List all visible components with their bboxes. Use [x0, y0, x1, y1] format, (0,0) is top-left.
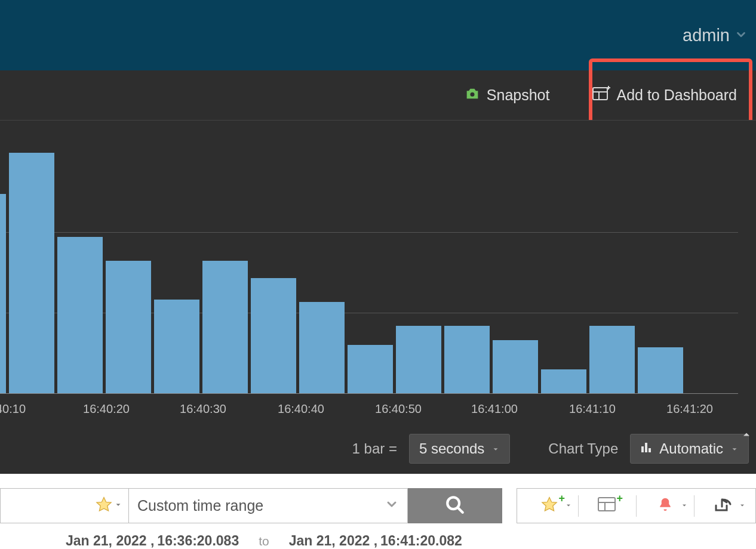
add-dashboard-button[interactable]: + [579, 489, 636, 523]
chart-bar [0, 194, 6, 393]
chart-bar [589, 326, 635, 393]
user-menu[interactable]: admin [683, 26, 748, 45]
star-icon [95, 496, 113, 516]
add-to-dashboard-button[interactable]: Add to Dashboard [585, 81, 744, 109]
chart-bar [202, 261, 248, 393]
search-icon-toolbar: + + [517, 488, 756, 523]
caret-down-icon [114, 501, 122, 511]
chart-bar [9, 153, 54, 393]
svg-rect-11 [598, 498, 615, 511]
chart-x-tick: 16:41:10 [569, 402, 616, 416]
svg-point-0 [470, 92, 474, 97]
app-header: admin [0, 0, 756, 70]
chart-gridline [0, 232, 738, 233]
caret-down-icon [739, 501, 746, 511]
bar-chart-icon [640, 440, 652, 457]
time-range-label: Custom time range [137, 497, 263, 514]
chart-bar [541, 369, 586, 393]
time-range-select[interactable]: Custom time range [129, 488, 408, 523]
from-date: Jan 21, 2022 , [66, 533, 154, 549]
dashboard-add-icon [592, 86, 610, 104]
search-bar: Custom time range + [0, 474, 756, 523]
search-button[interactable] [408, 488, 502, 523]
caret-down-icon [681, 501, 688, 511]
snapshot-label: Snapshot [487, 88, 550, 103]
chart-x-tick: 16:40:20 [83, 402, 130, 416]
chart-bar [444, 326, 490, 393]
alert-button[interactable] [637, 489, 694, 523]
chart-bar [493, 340, 538, 393]
to-time: 16:41:20.082 [380, 533, 462, 549]
svg-line-10 [457, 507, 463, 513]
time-range-display: Jan 21, 2022 , 16:36:20.083 to Jan 21, 2… [0, 533, 756, 549]
snapshot-button[interactable]: Snapshot [457, 81, 557, 109]
camera-icon [464, 85, 481, 104]
share-icon [714, 496, 733, 516]
to-date: Jan 21, 2022 , [289, 533, 377, 549]
save-favorite-button[interactable]: + [521, 489, 578, 523]
svg-rect-6 [641, 446, 644, 452]
caret-down-icon [730, 440, 739, 457]
chart-x-tick: 16:40:50 [375, 402, 422, 416]
plus-badge-icon: + [558, 492, 565, 505]
chart-x-axis: 40:1016:40:2016:40:3016:40:4016:40:5016:… [0, 394, 738, 424]
bar-interval-select[interactable]: 5 seconds [409, 434, 510, 464]
star-icon [540, 496, 558, 516]
bar-chart[interactable]: 40:1016:40:2016:40:3016:40:4016:40:5016:… [0, 120, 756, 424]
caret-down-icon [491, 440, 500, 457]
svg-rect-7 [645, 443, 647, 452]
search-icon [445, 495, 465, 517]
bell-icon [656, 496, 674, 516]
bar-interval-value: 5 seconds [419, 440, 484, 457]
plus-badge-icon: + [616, 492, 623, 505]
chart-bar [638, 347, 683, 393]
chart-bar [154, 300, 199, 393]
chart-footer: 1 bar = 5 seconds Chart Type Automatic [0, 424, 756, 474]
chart-x-tick: 16:41:20 [666, 402, 713, 416]
svg-rect-8 [649, 448, 651, 452]
chart-bar [251, 278, 296, 393]
chart-x-tick: 40:10 [0, 402, 26, 416]
share-button[interactable] [694, 489, 752, 523]
search-controls-left: Custom time range [0, 488, 502, 523]
add-to-dashboard-label: Add to Dashboard [616, 88, 737, 103]
chart-bar [299, 302, 345, 393]
bar-equals-label: 1 bar = [352, 440, 397, 457]
chart-toolbar: Snapshot Add to Dashboard [0, 70, 756, 120]
svg-rect-1 [593, 88, 607, 100]
to-label: to [259, 534, 269, 548]
chevron-down-icon [385, 497, 399, 515]
collapse-chart-icon[interactable] [740, 427, 752, 444]
user-label: admin [683, 26, 730, 45]
chart-bar [106, 261, 151, 393]
dashboard-icon [598, 497, 617, 515]
chart-bar [348, 345, 393, 393]
chart-type-select[interactable]: Automatic [630, 434, 749, 464]
chevron-down-icon [735, 26, 748, 45]
chart-type-value: Automatic [659, 440, 723, 457]
from-time: 16:36:20.083 [157, 533, 239, 549]
chart-plot-area [0, 153, 738, 394]
chart-x-tick: 16:40:40 [278, 402, 324, 416]
chart-bar [57, 237, 103, 393]
chart-x-tick: 16:40:30 [180, 402, 226, 416]
chart-bar [396, 326, 441, 393]
favorites-dropdown[interactable] [0, 488, 129, 523]
chart-x-tick: 16:41:00 [471, 402, 518, 416]
chart-panel: Snapshot Add to Dashboard 40:1016:40:201… [0, 70, 756, 474]
caret-down-icon [565, 501, 572, 511]
chart-type-label: Chart Type [548, 440, 618, 457]
